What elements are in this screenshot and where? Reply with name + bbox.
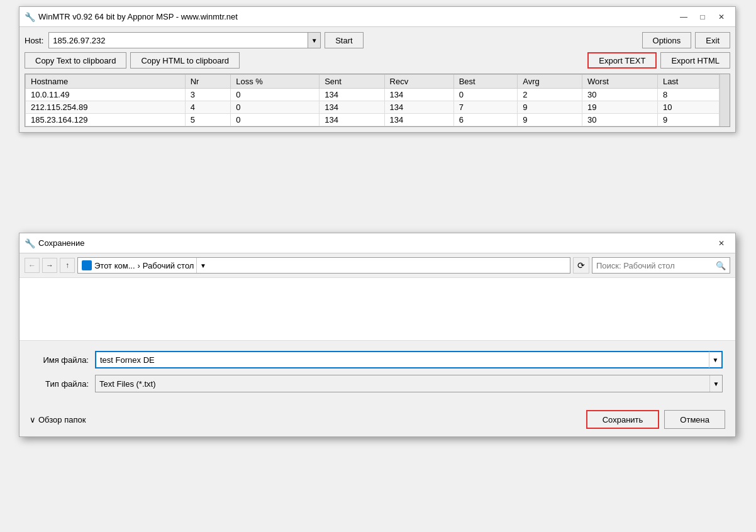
table-cell: 3: [185, 89, 231, 101]
copy-html-button[interactable]: Copy HTML to clipboard: [130, 52, 240, 69]
col-hostname: Hostname: [26, 75, 186, 89]
table-cell: 134: [384, 114, 453, 126]
table-header-row: Hostname Nr Loss % Sent Recv Best Avrg W…: [26, 75, 720, 89]
browse-icon: ∨: [30, 415, 36, 424]
filetype-label: Тип файла:: [32, 379, 89, 389]
filename-label: Имя файла:: [32, 355, 89, 365]
nav-forward-button[interactable]: →: [42, 258, 57, 273]
search-icon: 🔍: [716, 261, 726, 270]
toolbar-row-2: Copy Text to clipboard Copy HTML to clip…: [25, 52, 730, 69]
table-row: 10.0.11.493013413402308: [26, 89, 720, 101]
table-cell: 134: [384, 89, 453, 101]
options-button[interactable]: Options: [642, 32, 692, 48]
table-cell: 9: [518, 114, 582, 126]
table-cell: 0: [453, 89, 518, 101]
col-loss: Loss %: [231, 75, 320, 89]
cancel-button[interactable]: Отмена: [664, 410, 725, 429]
filetype-select-wrapper: Text Files (*.txt) ▼: [95, 375, 723, 392]
table-scrollbar[interactable]: [720, 74, 730, 126]
filename-input[interactable]: [96, 354, 709, 366]
filename-row: Имя файла: ▼: [32, 351, 723, 369]
browse-folders[interactable]: ∨ Обзор папок: [30, 415, 86, 424]
exit-button[interactable]: Exit: [695, 32, 730, 48]
file-area: [19, 278, 735, 341]
winmtr-window-controls: — □ ✕: [675, 11, 730, 23]
save-dialog-nav-bar: ← → ↑ Этот ком... › Рабочий стол ▼ ⟳ 🔍: [19, 253, 735, 278]
breadcrumb-dropdown-button[interactable]: ▼: [196, 258, 209, 273]
start-button[interactable]: Start: [325, 32, 363, 48]
nav-up-button[interactable]: ↑: [60, 258, 75, 273]
toolbar-row-1: Host: ▼ Start Options Exit: [25, 32, 730, 48]
titlebar-left: 🔧 WinMTR v0.92 64 bit by Appnor MSP - ww…: [25, 12, 238, 22]
breadcrumb-part-2: Рабочий стол: [143, 261, 194, 270]
computer-icon: [82, 260, 92, 270]
col-nr: Nr: [185, 75, 231, 89]
filename-dropdown-button[interactable]: ▼: [709, 352, 721, 368]
save-dialog-controls: ✕: [713, 237, 730, 250]
search-input[interactable]: [596, 261, 716, 270]
table-cell: 10: [657, 101, 719, 114]
table-cell: 212.115.254.89: [26, 101, 186, 114]
copy-text-button[interactable]: Copy Text to clipboard: [25, 52, 126, 69]
footer-buttons: Сохранить Отмена: [586, 410, 725, 429]
col-recv: Recv: [384, 75, 453, 89]
winmtr-toolbar: Host: ▼ Start Options Exit Copy Text to …: [19, 27, 735, 74]
table-cell: 134: [320, 89, 384, 101]
breadcrumb-part-1: Этот ком...: [94, 261, 135, 270]
refresh-button[interactable]: ⟳: [573, 257, 589, 274]
table-cell: 134: [384, 101, 453, 114]
host-input[interactable]: [49, 35, 308, 47]
table-row: 185.23.164.1295013413469309: [26, 114, 720, 126]
save-button[interactable]: Сохранить: [586, 410, 660, 429]
winmtr-titlebar: 🔧 WinMTR v0.92 64 bit by Appnor MSP - ww…: [19, 7, 735, 27]
table-cell: 10.0.11.49: [26, 89, 186, 101]
save-titlebar-left: 🔧 Сохранение: [25, 238, 85, 248]
table-cell: 134: [320, 101, 384, 114]
table-cell: 134: [320, 114, 384, 126]
filetype-row: Тип файла: Text Files (*.txt) ▼: [32, 375, 723, 392]
table-cell: 7: [453, 101, 518, 114]
col-avrg: Avrg: [518, 75, 582, 89]
nav-back-button[interactable]: ←: [25, 258, 40, 273]
col-worst: Worst: [582, 75, 658, 89]
filetype-dropdown-button[interactable]: ▼: [709, 375, 722, 392]
table-cell: 30: [582, 114, 658, 126]
save-dialog-icon: 🔧: [25, 238, 35, 248]
winmtr-app-icon: 🔧: [25, 12, 35, 22]
export-text-button[interactable]: Export TEXT: [587, 52, 657, 69]
winmtr-window: 🔧 WinMTR v0.92 64 bit by Appnor MSP - ww…: [19, 6, 736, 133]
host-label: Host:: [25, 36, 43, 45]
table-body: 10.0.11.493013413402308212.115.254.89401…: [26, 89, 720, 126]
col-last: Last: [657, 75, 719, 89]
host-input-wrapper: ▼: [48, 32, 321, 48]
table-cell: 2: [518, 89, 582, 101]
maximize-button[interactable]: □: [694, 11, 711, 23]
save-dialog-titlebar: 🔧 Сохранение ✕: [19, 233, 735, 253]
breadcrumb-bar: Этот ком... › Рабочий стол ▼: [77, 257, 570, 274]
table-cell: 8: [657, 89, 719, 101]
winmtr-title: WinMTR v0.92 64 bit by Appnor MSP - www.…: [38, 12, 238, 21]
winmtr-table-wrapper: Hostname Nr Loss % Sent Recv Best Avrg W…: [25, 74, 730, 127]
minimize-button[interactable]: —: [675, 11, 692, 23]
save-dialog: 🔧 Сохранение ✕ ← → ↑ Этот ком... › Рабоч…: [19, 233, 736, 437]
table-row: 212.115.254.8940134134791910: [26, 101, 720, 114]
table-cell: 5: [185, 114, 231, 126]
breadcrumb-separator-1: ›: [138, 261, 140, 270]
col-sent: Sent: [320, 75, 384, 89]
col-best: Best: [453, 75, 518, 89]
close-button[interactable]: ✕: [713, 11, 730, 23]
filetype-value: Text Files (*.txt): [96, 378, 709, 390]
table-cell: 0: [231, 89, 320, 101]
save-dialog-close-button[interactable]: ✕: [713, 237, 730, 250]
export-html-button[interactable]: Export HTML: [660, 52, 730, 69]
table-cell: 19: [582, 101, 658, 114]
filename-input-wrapper: ▼: [95, 351, 723, 369]
save-form-area: Имя файла: ▼ Тип файла: Text Files (*.tx…: [19, 341, 735, 402]
browse-label: Обзор папок: [38, 415, 86, 424]
table-cell: 0: [231, 101, 320, 114]
search-bar: 🔍: [592, 257, 730, 274]
host-dropdown-button[interactable]: ▼: [308, 33, 320, 48]
table-cell: 9: [657, 114, 719, 126]
table-cell: 185.23.164.129: [26, 114, 186, 126]
dialog-footer: ∨ Обзор папок Сохранить Отмена: [19, 402, 735, 436]
